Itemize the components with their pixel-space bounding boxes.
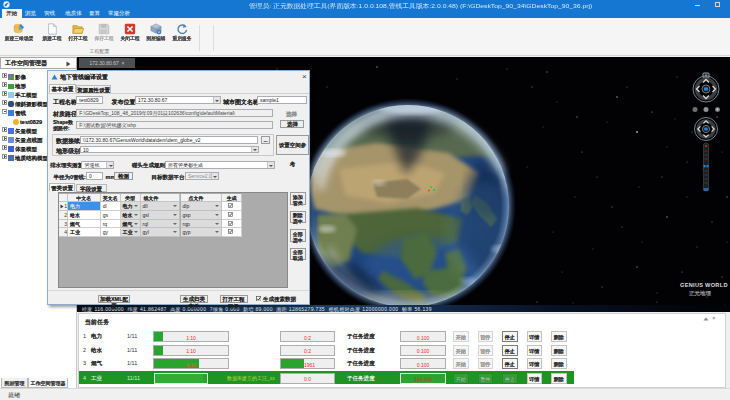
svg-text:GENIUS WORLD: GENIUS WORLD (680, 282, 728, 288)
svg-text:正元地理: 正元地理 (688, 290, 712, 297)
